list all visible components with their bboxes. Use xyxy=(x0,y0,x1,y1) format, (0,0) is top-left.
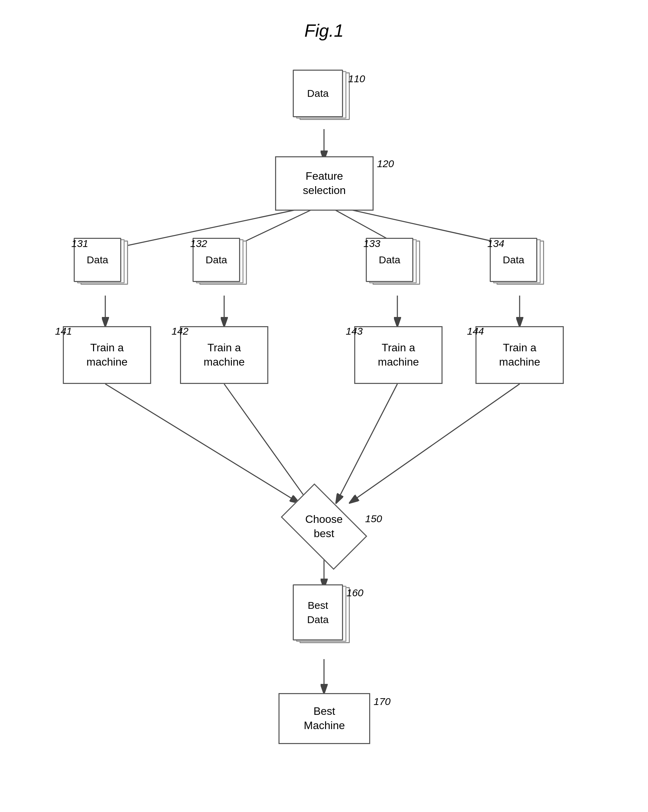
label-141: 141 xyxy=(55,325,72,337)
diagram-container: Fig.1 xyxy=(0,0,648,812)
best-machine-box: Best Machine xyxy=(279,693,370,744)
label-134: 134 xyxy=(487,238,504,249)
label-150: 150 xyxy=(365,513,382,525)
train-143-box: Train a machine xyxy=(354,326,442,384)
label-160: 160 xyxy=(346,587,363,598)
label-170: 170 xyxy=(374,696,390,707)
label-132: 132 xyxy=(190,238,207,249)
feature-selection-label: Feature selection xyxy=(303,169,346,197)
train-144-label: Train a machine xyxy=(499,341,540,369)
train-142-box: Train a machine xyxy=(180,326,268,384)
best-data-label: Best Data xyxy=(307,598,328,627)
train-141-box: Train a machine xyxy=(63,326,151,384)
feature-selection-box: Feature selection xyxy=(275,156,374,211)
label-133: 133 xyxy=(363,238,380,249)
data-133-label: Data xyxy=(379,254,400,266)
svg-line-13 xyxy=(350,384,520,503)
label-142: 142 xyxy=(172,325,189,337)
train-141-label: Train a machine xyxy=(87,341,128,369)
best-machine-label: Best Machine xyxy=(304,704,345,733)
data-top-label: Data xyxy=(293,70,343,117)
svg-line-11 xyxy=(224,384,309,503)
svg-line-12 xyxy=(336,384,397,503)
figure-title: Fig.1 xyxy=(304,20,344,41)
train-143-label: Train a machine xyxy=(378,341,419,369)
data-132-label: Data xyxy=(206,254,227,266)
train-142-label: Train a machine xyxy=(204,341,245,369)
label-143: 143 xyxy=(346,325,363,337)
svg-line-10 xyxy=(105,384,299,503)
data-134-label: Data xyxy=(503,254,524,266)
train-144-box: Train a machine xyxy=(476,326,564,384)
label-144: 144 xyxy=(467,325,484,337)
choose-best-label: Choose best xyxy=(305,512,343,540)
choose-best-container: Choose best xyxy=(287,493,361,560)
data-131-label: Data xyxy=(87,254,108,266)
label-120: 120 xyxy=(377,158,394,169)
label-110: 110 xyxy=(348,73,365,85)
label-131: 131 xyxy=(71,238,88,249)
